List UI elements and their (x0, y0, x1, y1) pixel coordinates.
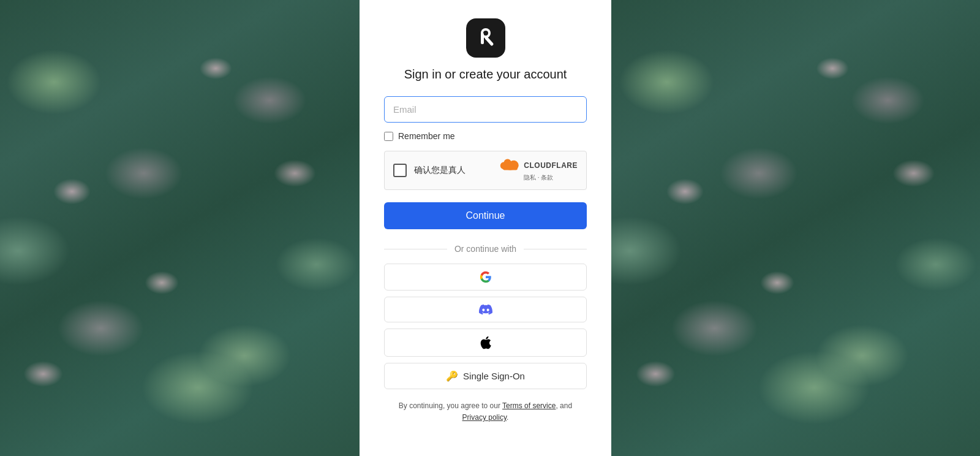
cloudflare-name: CLOUDFLARE (524, 161, 578, 170)
sso-signin-button[interactable]: 🔑 Single Sign-On (384, 363, 587, 389)
footer-text: By continuing, you agree to our Terms of… (399, 400, 572, 424)
or-text: Or continue with (454, 244, 516, 254)
footer-prefix: By continuing, you agree to our (399, 401, 502, 410)
key-icon: 🔑 (446, 370, 458, 382)
remember-checkbox[interactable] (384, 132, 393, 141)
logo-icon (475, 27, 497, 49)
divider-line-left (384, 249, 447, 249)
remember-label: Remember me (398, 131, 455, 141)
apple-signin-button[interactable] (384, 329, 587, 357)
page-title: Sign in or create your account (404, 67, 567, 82)
footer-suffix: . (507, 413, 508, 422)
captcha-left: 确认您是真人 (393, 164, 466, 177)
privacy-link[interactable]: Privacy policy (462, 413, 507, 422)
login-card: Sign in or create your account Remember … (360, 0, 611, 456)
app-logo (466, 18, 505, 58)
svg-point-1 (483, 31, 488, 36)
cloudflare-logo: CLOUDFLARE (499, 159, 578, 172)
apple-icon (480, 336, 492, 349)
background-right (611, 0, 980, 456)
divider-line-right (524, 249, 587, 249)
svg-rect-2 (481, 33, 484, 44)
continue-button[interactable]: Continue (384, 202, 587, 229)
logo-wrap (466, 18, 505, 58)
background-left (0, 0, 360, 456)
remember-row: Remember me (384, 131, 587, 141)
captcha-text: 确认您是真人 (414, 165, 466, 176)
captcha-checkbox[interactable] (393, 164, 407, 177)
or-divider: Or continue with (384, 244, 587, 254)
captcha-widget[interactable]: 确认您是真人 CLOUDFLARE 隐私 · 条款 (384, 151, 587, 190)
email-input[interactable] (384, 96, 587, 123)
discord-signin-button[interactable] (384, 297, 587, 322)
svg-rect-6 (503, 167, 518, 170)
cloudflare-branding: CLOUDFLARE 隐私 · 条款 (499, 159, 578, 182)
cloudflare-privacy: 隐私 · 条款 (524, 173, 553, 182)
google-signin-button[interactable] (384, 264, 587, 291)
footer-conjunction: , and (556, 401, 572, 410)
cloudflare-cloud-icon (499, 159, 521, 172)
sso-label: Single Sign-On (463, 371, 525, 381)
discord-icon (479, 304, 492, 315)
terms-link[interactable]: Terms of service (502, 401, 556, 410)
google-icon (480, 271, 492, 283)
